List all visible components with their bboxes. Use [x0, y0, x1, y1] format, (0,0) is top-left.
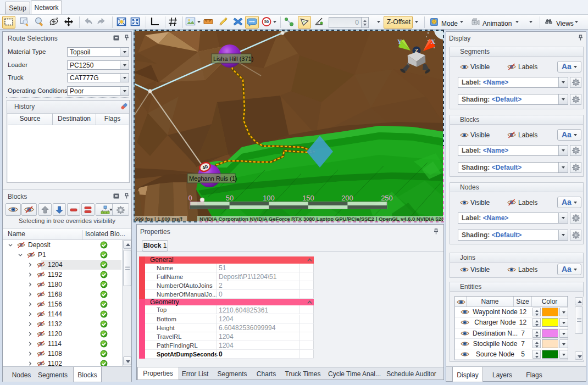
svg-text:0: 0 [188, 194, 192, 202]
svg-text:50: 50 [226, 194, 234, 202]
svg-text:100: 100 [263, 194, 275, 202]
svg-text:Y: Y [397, 38, 402, 46]
svg-text:Meghann Ruis (1): Meghann Ruis (1) [189, 175, 237, 182]
svg-text:200: 200 [341, 194, 353, 202]
svg-text:X: X [431, 38, 436, 46]
svg-text:Lisha Hill (371): Lisha Hill (371) [213, 55, 253, 62]
svg-text:999 fps | 1.000 ms/f: 999 fps | 1.000 ms/f [135, 216, 183, 222]
svg-text:50: 50 [264, 19, 269, 24]
svg-text:150: 150 [302, 194, 314, 202]
svg-text:250: 250 [381, 194, 393, 202]
